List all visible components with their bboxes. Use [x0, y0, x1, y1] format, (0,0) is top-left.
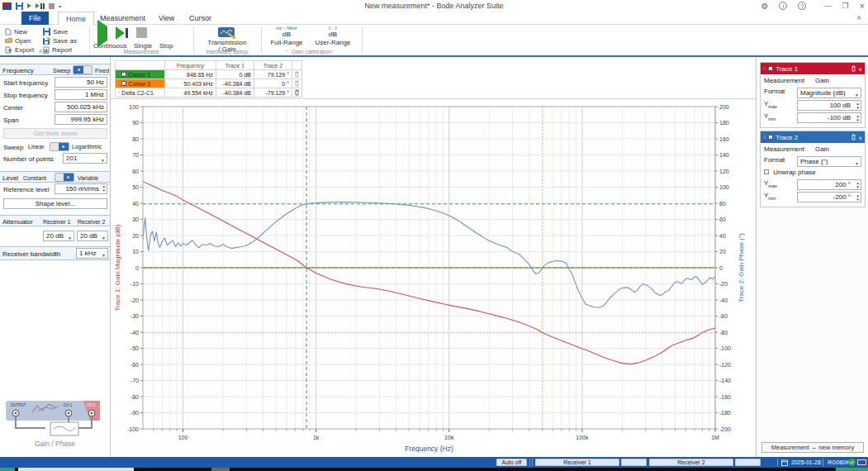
linear-label[interactable]: Linear — [28, 144, 44, 150]
left-axis-tick: -100 — [127, 426, 139, 432]
receiver1-indicator[interactable]: Receiver 1 — [535, 459, 619, 466]
ribbon-collapse-chevron-icon[interactable]: ∧ — [856, 14, 861, 21]
unwrap-phase-label[interactable]: Unwrap phase — [773, 169, 816, 176]
cursor-row-label[interactable]: ⁞⁞✓Cursor 2 — [116, 79, 164, 88]
cursor-row[interactable]: ⁞⁞Delta C2-C149.554 kHz-40.384 dB-79.129… — [116, 88, 302, 98]
logarithmic-label[interactable]: Logarithmic — [72, 144, 102, 150]
bode-chart[interactable]: -100-90-80-70-60-50-40-30-20-10010203040… — [111, 99, 755, 457]
minimize-button[interactable]: — — [823, 2, 831, 10]
sweep-label: Sweep — [3, 144, 23, 151]
continuous-play-icon[interactable] — [97, 26, 107, 41]
dropdown-caret-icon: ▼ — [855, 159, 859, 169]
save-as-button[interactable]: Save as — [43, 36, 77, 45]
trace1-ymin-input[interactable]: -100 dB▲▼ — [797, 112, 861, 123]
trace2-format-dropdown[interactable]: Phase (°)▼ — [797, 156, 861, 167]
constant-label[interactable]: Constant — [23, 174, 46, 183]
stop-frequency-input[interactable]: 1 MHz — [55, 89, 107, 100]
start-frequency-input[interactable]: 50 Hz — [55, 77, 107, 88]
auto-off-indicator[interactable]: Auto off — [496, 459, 527, 466]
receiver1-level-indicator — [621, 459, 647, 466]
number-of-points-dropdown[interactable]: 201▼ — [63, 153, 107, 164]
right-axis-tick: -20 — [719, 281, 728, 287]
chevron-down-icon[interactable]: ∨ — [859, 135, 862, 140]
drag-grip-icon[interactable]: ⁞⁞ — [117, 72, 120, 77]
trace1-format-dropdown[interactable]: Magnitude (dB)▼ — [797, 88, 861, 98]
trace2-ymin-input[interactable]: -200 °▲▼ — [797, 192, 861, 202]
cursor-col-frequency[interactable]: Frequency — [165, 61, 216, 70]
save-button[interactable]: Save — [43, 27, 68, 36]
variable-label[interactable]: Variable — [78, 174, 98, 183]
spinner-arrows-icon[interactable]: ▲▼ — [856, 181, 860, 189]
right-axis-tick: -60 — [719, 313, 728, 319]
drag-grip-icon[interactable]: ⁞⁞ — [117, 81, 120, 86]
linear-log-toggle[interactable]: ▸ — [50, 142, 69, 151]
trash-icon[interactable] — [851, 134, 856, 140]
constant-variable-toggle[interactable]: ▸ — [55, 173, 74, 182]
right-axis-tick: -120 — [719, 362, 731, 368]
left-axis-tick: 20 — [132, 233, 139, 239]
attenuator2-dropdown[interactable]: 20 dB▼ — [77, 231, 108, 241]
delete-cursor-button[interactable] — [292, 70, 302, 79]
center-input[interactable]: 500.025 kHz — [55, 102, 107, 112]
tab-cursor[interactable]: Cursor — [182, 12, 219, 25]
fixed-mode-label[interactable]: Fixed — [95, 66, 109, 76]
single-play-icon[interactable] — [116, 26, 128, 40]
spinner-arrows-icon[interactable]: ▲▼ — [856, 102, 860, 110]
format-label: Format — [764, 156, 785, 164]
spinner-arrows-icon[interactable]: ▲▼ — [102, 184, 106, 193]
restore-button[interactable]: ❐ — [842, 2, 848, 10]
window-controls: ⚙ i ? — ❐ × — [761, 1, 865, 11]
close-button[interactable]: × — [860, 1, 865, 11]
trace2-header[interactable]: ⁞⁞ ✓ Trace 2 ∨ — [761, 131, 865, 143]
new-button[interactable]: New — [5, 27, 27, 36]
attenuator1-dropdown[interactable]: 20 dB▼ — [43, 231, 74, 241]
cursor-col-trace1[interactable]: Trace 1 — [216, 61, 254, 70]
drag-grip-icon[interactable]: ⁞⁞ — [763, 135, 766, 140]
receiver-bandwidth-dropdown[interactable]: 1 kHz▼ — [76, 248, 108, 259]
help-icon[interactable]: ? — [798, 2, 806, 10]
tab-file[interactable]: File — [21, 12, 49, 25]
sweep-mode-label[interactable]: Sweep — [53, 66, 70, 76]
trace1-header[interactable]: ⁞⁞ ✓ Trace 1 ∨ — [761, 63, 865, 74]
tab-home[interactable]: Home — [58, 12, 94, 25]
ribbon-group-file: New Open Export Save Save as Report File — [0, 25, 88, 55]
spinner-arrows-icon[interactable]: ▲▼ — [856, 114, 860, 122]
unwrap-phase-checkbox[interactable] — [764, 169, 769, 174]
cursor-row-label[interactable]: ⁞⁞Delta C2-C1 — [116, 88, 164, 97]
measurement-to-memory-button[interactable]: Measurement → new memory — [761, 442, 864, 453]
reference-level-input[interactable]: 150 mVrms▲▼ — [55, 183, 107, 194]
left-axis-tick: 100 — [129, 104, 139, 110]
cursor-row[interactable]: ⁞⁞✓Cursor 250.403 kHz-40.384 dB0 ° — [116, 79, 302, 88]
trace2-checkbox[interactable]: ✓ — [768, 135, 773, 140]
spinner-arrows-icon[interactable]: ▲▼ — [856, 193, 860, 202]
drag-grip-icon[interactable]: ⁞⁞ — [117, 90, 120, 95]
shape-level-button[interactable]: Shape level... — [3, 198, 107, 209]
span-input[interactable]: 999.95 kHz — [55, 114, 107, 125]
cursor-visible-checkbox[interactable]: ✓ — [121, 72, 126, 77]
open-button[interactable]: Open — [5, 36, 31, 45]
info-icon[interactable]: i — [779, 2, 787, 10]
tab-view[interactable]: View — [151, 12, 182, 25]
trace2-card: ⁞⁞ ✓ Trace 2 ∨ Measurement Gain Format P… — [760, 131, 866, 207]
right-axis-tick: 60 — [719, 216, 726, 222]
trace1-card: ⁞⁞ ✓ Trace 1 ∨ Measurement Gain Format M… — [760, 62, 866, 128]
sweep-fixed-toggle[interactable]: ◂ — [73, 65, 92, 74]
right-axis-tick: 160 — [719, 136, 729, 142]
cursor-col-trace2[interactable]: Trace 2 — [254, 61, 292, 70]
trash-icon[interactable] — [851, 65, 856, 72]
cursor-visible-checkbox[interactable]: ✓ — [121, 81, 126, 86]
receiver2-indicator[interactable]: Receiver 2 — [649, 459, 733, 466]
delete-cursor-button[interactable] — [292, 79, 302, 88]
stop-square-icon[interactable] — [136, 26, 147, 41]
cursor-table: Frequency Trace 1 Trace 2 ⁞⁞✓Cursor 1848… — [115, 60, 302, 98]
trace1-ymax-input[interactable]: 100 dB▲▼ — [797, 100, 861, 111]
dropdown-caret-icon: ▼ — [102, 251, 106, 260]
cursor-row[interactable]: ⁞⁞✓Cursor 1848.65 Hz0 dB79.129 ° — [116, 70, 302, 79]
settings-gear-icon[interactable]: ⚙ — [761, 2, 769, 11]
chevron-down-icon[interactable]: ∨ — [859, 66, 862, 72]
delete-cursor-button[interactable] — [292, 88, 302, 98]
trace1-checkbox[interactable]: ✓ — [768, 66, 773, 71]
trace2-ymax-input[interactable]: 200 °▲▼ — [797, 179, 861, 190]
drag-grip-icon[interactable]: ⁞⁞ — [763, 66, 766, 71]
cursor-row-label[interactable]: ⁞⁞✓Cursor 1 — [116, 70, 164, 78]
